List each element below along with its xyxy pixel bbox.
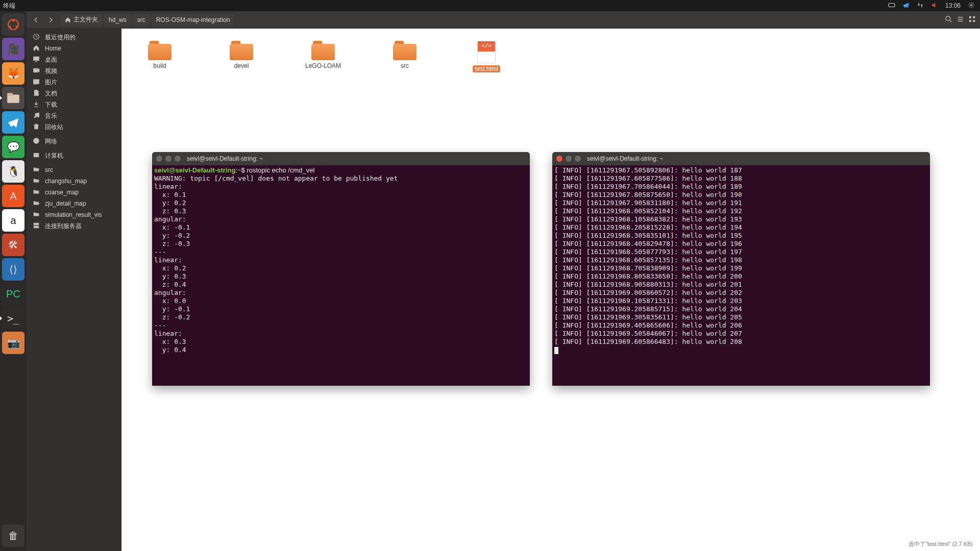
nav-forward-button[interactable] [45, 14, 56, 26]
svg-point-17 [35, 81, 36, 82]
disk-icon [33, 152, 40, 160]
maximize-icon[interactable] [575, 156, 581, 162]
sidebar-item-zju_detail_map[interactable]: zju_detail_map [27, 198, 121, 209]
search-icon[interactable] [945, 15, 952, 24]
dash-icon[interactable] [2, 13, 24, 36]
sidebar-item-最近使用的[interactable]: 最近使用的 [27, 32, 121, 43]
status-bar: 选中了"test.html" (2.7 KB) [909, 540, 973, 548]
sidebar-item-simulation_result_vis[interactable]: simulation_result_vis [27, 209, 121, 220]
sidebar-item-视频[interactable]: 视频 [27, 65, 121, 77]
sidebar-item-label: zju_detail_map [45, 200, 86, 207]
sidebar-item-label: 连接到服务器 [45, 222, 82, 231]
terminal-1-body[interactable]: seivl@seivl-Default-string:~$ rostopic e… [152, 165, 530, 355]
sidebar-item-src[interactable]: src [27, 164, 121, 176]
sidebar-item-下载[interactable]: 下载 [27, 99, 121, 110]
sidebar-item-桌面[interactable]: 桌面 [27, 54, 121, 65]
folder-icon [33, 166, 40, 174]
keyboard-icon[interactable] [888, 2, 895, 10]
minimize-icon[interactable] [566, 156, 572, 162]
folder-icon [393, 41, 416, 60]
close-icon[interactable] [556, 156, 562, 162]
clock-icon [33, 33, 40, 42]
sidebar-item-label: 文档 [45, 89, 57, 98]
close-icon[interactable] [156, 156, 162, 162]
file-name: LeGO-LOAM [305, 62, 341, 69]
file-item-build[interactable]: build [137, 41, 183, 72]
sidebar-item-连接到服务器[interactable]: 连接到服务器 [27, 220, 121, 232]
file-item-LeGO-LOAM[interactable]: LeGO-LOAM [300, 41, 346, 72]
sidebar-item-label: 网络 [45, 137, 57, 146]
sidebar-item-回收站[interactable]: 回收站 [27, 121, 121, 133]
svg-rect-0 [889, 3, 895, 7]
file-name: build [153, 62, 166, 69]
sidebar-item-coarse_map[interactable]: coarse_map [27, 187, 121, 198]
app-screenshot-icon[interactable]: 📷 [2, 332, 24, 354]
breadcrumb-seg-2[interactable]: ROS-OSM-map-integration [151, 14, 235, 26]
svg-point-22 [37, 156, 38, 156]
terminal-1-title: seivl@seivl-Default-string: ~ [187, 155, 263, 162]
gear-icon[interactable] [968, 2, 975, 10]
svg-point-5 [15, 26, 17, 28]
app-settings-icon[interactable]: 🛠 [2, 234, 24, 256]
file-item-test.html[interactable]: test.html [463, 41, 509, 72]
app-terminal-icon[interactable]: >_ [2, 307, 24, 330]
sidebar-item-网络[interactable]: 网络 [27, 136, 121, 147]
sidebar-item-图片[interactable]: 图片 [27, 77, 121, 88]
app-pycharm-icon[interactable]: PC [2, 283, 24, 305]
file-grid: builddevelLeGO-LOAMsrctest.html [121, 29, 980, 85]
app-firefox-icon[interactable]: 🦊 [2, 62, 24, 85]
app-qq-icon[interactable]: 🐧 [2, 160, 24, 183]
sidebar-item-音乐[interactable]: 音乐 [27, 110, 121, 121]
sidebar-item-label: 下载 [45, 101, 57, 109]
breadcrumb-seg-0[interactable]: hd_ws [104, 14, 132, 26]
sidebar-item-label: 最近使用的 [45, 33, 76, 42]
sidebar-item-计算机[interactable]: 计算机 [27, 150, 121, 161]
terminal-1-titlebar[interactable]: seivl@seivl-Default-string: ~ [152, 152, 530, 165]
terminal-2-title: seivl@seivl-Default-string: ~ [587, 155, 663, 162]
app-telegram-icon[interactable] [2, 111, 24, 134]
breadcrumb-seg-1[interactable]: src [132, 14, 151, 26]
app-software-icon[interactable]: A [2, 185, 24, 207]
file-name: src [401, 62, 409, 69]
sidebar-item-文档[interactable]: 文档 [27, 88, 121, 99]
network-icon[interactable] [917, 2, 924, 10]
folder-icon [33, 211, 40, 219]
clock[interactable]: 13:06 [945, 2, 961, 9]
volume-icon[interactable] [931, 2, 938, 10]
desktop-icon [33, 56, 40, 64]
terminal-window-1[interactable]: seivl@seivl-Default-string: ~ seivl@seiv… [152, 152, 530, 386]
telegram-tray-icon[interactable] [902, 2, 910, 10]
svg-point-1 [970, 4, 972, 6]
breadcrumb-home[interactable]: 主文件夹 [60, 14, 104, 26]
file-item-src[interactable]: src [382, 41, 428, 72]
app-files-icon[interactable] [2, 87, 24, 109]
app-amazon-icon[interactable]: a [2, 209, 24, 232]
app-vscode-icon[interactable]: ⟨⟩ [2, 258, 24, 281]
nav-back-button[interactable] [31, 14, 42, 26]
net-icon [33, 137, 40, 146]
file-name: test.html [473, 65, 500, 72]
view-grid-icon[interactable] [968, 15, 976, 24]
trash-icon[interactable]: 🗑 [2, 524, 24, 547]
terminal-2-titlebar[interactable]: seivl@seivl-Default-string: ~ [552, 152, 930, 165]
terminal-2-body[interactable]: [ INFO] [1611291967.505892806]: hello wo… [552, 165, 930, 355]
view-list-icon[interactable] [957, 15, 964, 24]
svg-point-18 [34, 116, 35, 117]
minimize-icon[interactable] [165, 156, 172, 162]
app-wechat-icon[interactable]: 💬 [2, 136, 24, 158]
sidebar-item-changshu_map[interactable]: changshu_map [27, 176, 121, 187]
active-window-title: 终端 [3, 2, 15, 10]
sidebar-item-label: src [45, 166, 53, 173]
svg-point-8 [946, 16, 950, 21]
svg-rect-15 [34, 68, 38, 72]
folder-icon [148, 41, 172, 60]
file-manager-toolbar: 主文件夹 hd_ws src ROS-OSM-map-integration [27, 11, 980, 29]
breadcrumb: 主文件夹 hd_ws src ROS-OSM-map-integration [59, 13, 235, 27]
maximize-icon[interactable] [175, 156, 181, 162]
svg-point-19 [38, 116, 39, 117]
file-item-devel[interactable]: devel [218, 41, 264, 72]
file-name: devel [234, 62, 249, 69]
app-obs-icon[interactable]: 🎥 [2, 38, 24, 60]
terminal-window-2[interactable]: seivl@seivl-Default-string: ~ [ INFO] [1… [552, 152, 930, 386]
sidebar-item-Home[interactable]: Home [27, 43, 121, 54]
